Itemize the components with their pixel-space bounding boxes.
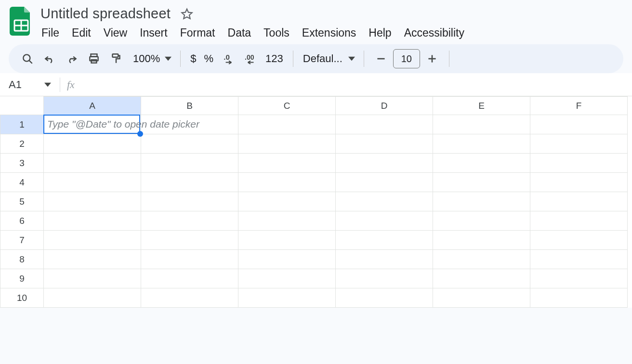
menu-file[interactable]: File <box>41 26 59 39</box>
zoom-dropdown-icon[interactable] <box>163 55 173 62</box>
menu-extensions[interactable]: Extensions <box>302 26 356 39</box>
row-header-4[interactable]: 4 <box>0 173 44 192</box>
cell-a4[interactable] <box>44 173 141 192</box>
row-header-6[interactable]: 6 <box>0 211 44 231</box>
name-box-dropdown-icon[interactable] <box>42 81 53 88</box>
menu-format[interactable]: Format <box>180 26 215 39</box>
cell-f6[interactable] <box>530 211 628 231</box>
font-size-input[interactable]: 10 <box>393 49 420 68</box>
cell-a5[interactable] <box>44 192 141 211</box>
cell-d7[interactable] <box>336 231 433 250</box>
cell-c2[interactable] <box>238 134 336 154</box>
menu-accessibility[interactable]: Accessibility <box>404 26 464 39</box>
cell-d9[interactable] <box>336 269 433 288</box>
cell-a1[interactable] <box>44 115 141 134</box>
column-header-e[interactable]: E <box>433 97 530 115</box>
cell-c4[interactable] <box>238 173 336 192</box>
row-header-1[interactable]: 1 <box>0 115 44 134</box>
cell-e9[interactable] <box>433 269 530 288</box>
font-dropdown-icon[interactable] <box>346 55 357 62</box>
cell-f10[interactable] <box>530 288 628 308</box>
cell-f5[interactable] <box>530 192 628 211</box>
redo-icon[interactable] <box>62 49 82 69</box>
zoom-level[interactable]: 100% <box>128 52 161 65</box>
cell-e10[interactable] <box>433 288 530 308</box>
increase-decimal-icon[interactable]: .00 <box>240 49 261 69</box>
decrease-decimal-icon[interactable]: .0 <box>218 49 238 69</box>
menu-insert[interactable]: Insert <box>140 26 168 39</box>
percent-button[interactable]: % <box>201 52 217 65</box>
cell-d5[interactable] <box>336 192 433 211</box>
cell-b10[interactable] <box>141 288 238 308</box>
row-header-3[interactable]: 3 <box>0 154 44 173</box>
cell-c6[interactable] <box>238 211 336 231</box>
font-family-select[interactable]: Defaul... <box>300 52 344 65</box>
cell-d1[interactable] <box>336 115 433 134</box>
cell-c5[interactable] <box>238 192 336 211</box>
cell-f1[interactable] <box>530 115 628 134</box>
undo-icon[interactable] <box>40 49 60 69</box>
cell-f7[interactable] <box>530 231 628 250</box>
cell-f3[interactable] <box>530 154 628 173</box>
column-header-f[interactable]: F <box>530 97 628 115</box>
increase-font-size-icon[interactable] <box>422 49 442 69</box>
cell-f2[interactable] <box>530 134 628 154</box>
cell-e8[interactable] <box>433 250 530 269</box>
cell-f8[interactable] <box>530 250 628 269</box>
cell-a10[interactable] <box>44 288 141 308</box>
column-header-c[interactable]: C <box>238 97 336 115</box>
row-header-9[interactable]: 9 <box>0 269 44 288</box>
row-header-7[interactable]: 7 <box>0 231 44 250</box>
cell-e6[interactable] <box>433 211 530 231</box>
search-icon[interactable] <box>17 49 38 69</box>
menu-view[interactable]: View <box>104 26 127 39</box>
document-title[interactable]: Untitled spreadsheet <box>40 6 171 22</box>
cell-e3[interactable] <box>433 154 530 173</box>
cell-e2[interactable] <box>433 134 530 154</box>
menu-help[interactable]: Help <box>369 26 391 39</box>
cell-c10[interactable] <box>238 288 336 308</box>
selection-handle[interactable] <box>137 131 143 137</box>
menu-data[interactable]: Data <box>228 26 251 39</box>
cell-e5[interactable] <box>433 192 530 211</box>
menu-edit[interactable]: Edit <box>72 26 91 39</box>
cell-d2[interactable] <box>336 134 433 154</box>
cell-c7[interactable] <box>238 231 336 250</box>
sheets-logo[interactable] <box>9 6 34 38</box>
currency-button[interactable]: $ <box>187 52 199 65</box>
cell-d4[interactable] <box>336 173 433 192</box>
row-header-2[interactable]: 2 <box>0 134 44 154</box>
cell-a9[interactable] <box>44 269 141 288</box>
select-all-corner[interactable] <box>0 97 44 115</box>
cell-a2[interactable] <box>44 134 141 154</box>
cell-b2[interactable] <box>141 134 238 154</box>
cell-d3[interactable] <box>336 154 433 173</box>
cell-b8[interactable] <box>141 250 238 269</box>
cell-f4[interactable] <box>530 173 628 192</box>
cell-a6[interactable] <box>44 211 141 231</box>
cell-c1[interactable] <box>238 115 336 134</box>
cell-c3[interactable] <box>238 154 336 173</box>
star-icon[interactable] <box>180 7 194 21</box>
print-icon[interactable] <box>84 49 104 69</box>
formula-bar-input[interactable] <box>75 73 632 96</box>
column-header-d[interactable]: D <box>336 97 433 115</box>
cell-b4[interactable] <box>141 173 238 192</box>
cell-d10[interactable] <box>336 288 433 308</box>
cell-b9[interactable] <box>141 269 238 288</box>
name-box[interactable]: A1 <box>0 73 57 96</box>
cell-b3[interactable] <box>141 154 238 173</box>
row-header-5[interactable]: 5 <box>0 192 44 211</box>
cell-b7[interactable] <box>141 231 238 250</box>
column-header-a[interactable]: A <box>44 97 141 115</box>
column-header-b[interactable]: B <box>141 97 238 115</box>
cell-e7[interactable] <box>433 231 530 250</box>
cell-c9[interactable] <box>238 269 336 288</box>
cell-c8[interactable] <box>238 250 336 269</box>
spreadsheet-grid[interactable]: A B C D E F 1 2 3 4 5 6 7 8 9 10 Type "@… <box>0 96 632 308</box>
cell-e1[interactable] <box>433 115 530 134</box>
cell-e4[interactable] <box>433 173 530 192</box>
cell-b5[interactable] <box>141 192 238 211</box>
menu-tools[interactable]: Tools <box>263 26 290 39</box>
decrease-font-size-icon[interactable] <box>371 49 391 69</box>
